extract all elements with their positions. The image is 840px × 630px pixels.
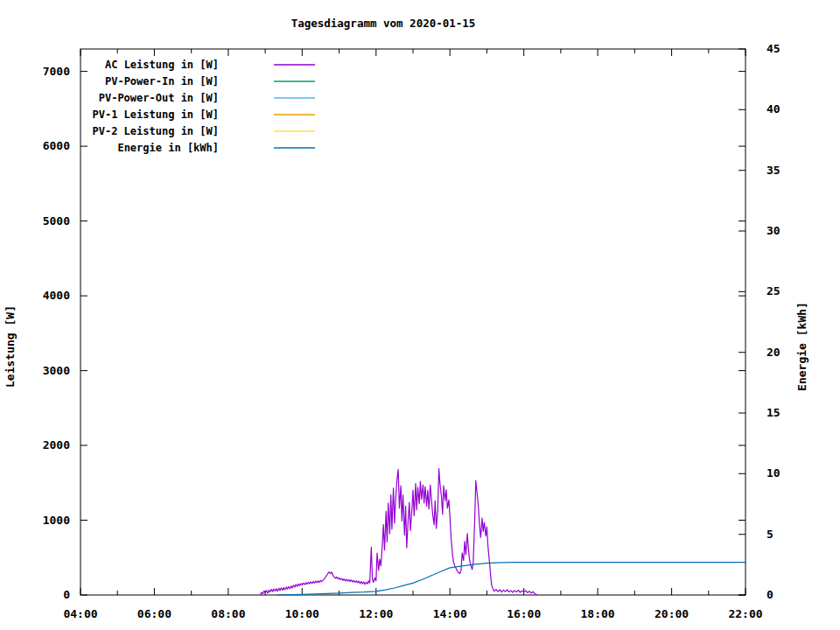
x-tick-label: 12:00 xyxy=(359,607,393,620)
y-left-tick-label: 4000 xyxy=(43,289,70,302)
y-right-tick-label: 15 xyxy=(766,406,780,419)
x-tick-label: 08:00 xyxy=(211,607,245,620)
y-left-tick-label: 6000 xyxy=(43,139,70,152)
legend-label-energie-in-kwh: Energie in [kWh] xyxy=(117,142,219,154)
legend-label-pv-power-out-in-w: PV-Power-Out in [W] xyxy=(99,92,219,104)
y-right-tick-label: 40 xyxy=(766,102,780,116)
x-tick-label: 18:00 xyxy=(581,607,615,620)
y-left-tick-label: 1000 xyxy=(43,514,70,527)
y-right-tick-label: 20 xyxy=(766,346,780,359)
y-left-tick-label: 7000 xyxy=(43,65,70,78)
x-tick-label: 16:00 xyxy=(507,607,541,620)
y-right-axis-title: Energie [kWh] xyxy=(795,302,808,391)
y-left-axis-title: Leistung [W] xyxy=(4,305,17,388)
x-tick-label: 04:00 xyxy=(63,607,97,620)
y-right-tick-label: 25 xyxy=(766,284,780,298)
series-ac-leistung-in-w xyxy=(261,469,537,595)
x-tick-label: 10:00 xyxy=(285,607,319,620)
legend-label-pv-power-in-in-w: PV-Power-In in [W] xyxy=(105,75,219,88)
y-right-tick-label: 10 xyxy=(766,466,780,480)
y-right-tick-label: 45 xyxy=(766,42,780,55)
x-tick-label: 20:00 xyxy=(654,607,689,620)
series-energie-in-kwh xyxy=(277,563,746,595)
y-left-tick-label: 0 xyxy=(63,588,70,601)
y-left-tick-label: 5000 xyxy=(43,214,70,228)
chart-title: Tagesdiagramm vom 2020-01-15 xyxy=(291,17,476,30)
y-left-tick-label: 2000 xyxy=(43,438,70,452)
legend-label-pv-1-leistung-in-w: PV-1 Leistung in [W] xyxy=(93,108,220,121)
x-tick-label: 14:00 xyxy=(433,607,467,620)
x-tick-label: 22:00 xyxy=(728,607,762,620)
y-right-tick-label: 0 xyxy=(766,588,774,601)
y-right-tick-label: 35 xyxy=(766,164,780,177)
legend-label-ac-leistung-in-w: AC Leistung in [W] xyxy=(105,59,219,71)
y-right-tick-label: 5 xyxy=(766,528,774,541)
y-right-tick-label: 30 xyxy=(766,224,780,237)
legend-label-pv-2-leistung-in-w: PV-2 Leistung in [W] xyxy=(93,125,220,137)
tagesdiagramm-page: Tagesdiagramm vom 2020-01-1504:0006:0008… xyxy=(0,0,840,630)
y-left-tick-label: 3000 xyxy=(43,364,70,377)
x-tick-label: 06:00 xyxy=(137,607,172,620)
tagesdiagramm-chart: Tagesdiagramm vom 2020-01-1504:0006:0008… xyxy=(0,0,840,630)
